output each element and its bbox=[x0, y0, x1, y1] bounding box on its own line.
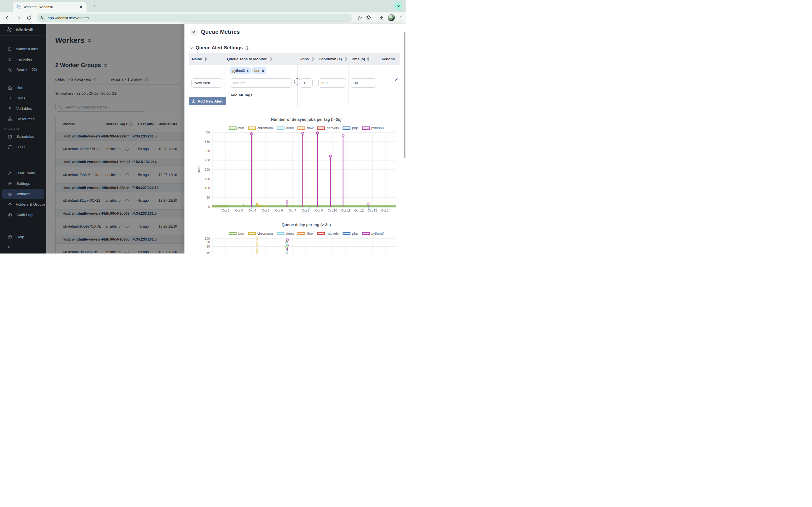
confirm-check-icon[interactable]: ✓ bbox=[395, 76, 398, 82]
sidebar-item-schedules[interactable]: Schedules bbox=[0, 131, 46, 142]
worker-search-input[interactable]: Search workers by name... bbox=[55, 103, 146, 112]
close-drawer-button[interactable]: ✕ bbox=[190, 29, 198, 36]
legend-item[interactable]: bun bbox=[229, 231, 244, 235]
legend-item[interactable]: python3 bbox=[362, 231, 384, 235]
legend-item[interactable]: chromium bbox=[248, 126, 273, 130]
browser-tab[interactable]: Workers | Windmill ✕ bbox=[13, 2, 87, 12]
info-icon[interactable] bbox=[343, 57, 347, 61]
jobs-input[interactable] bbox=[300, 78, 313, 88]
sidebar-item-runs[interactable]: Runs bbox=[0, 93, 46, 103]
legend-item[interactable]: python3 bbox=[362, 126, 384, 130]
info-icon[interactable] bbox=[125, 224, 129, 228]
info-icon[interactable] bbox=[103, 63, 107, 67]
svg-text:50: 50 bbox=[206, 196, 210, 199]
svg-text:Oct 11: Oct 11 bbox=[341, 209, 350, 212]
legend-item[interactable]: php bbox=[343, 231, 358, 235]
tab-reports-group[interactable]: reports - 1 worker bbox=[111, 77, 149, 82]
sidebar-item-workspace[interactable]: windmill-labs bbox=[0, 44, 46, 54]
queue-delay-chart[interactable]: 100806040 bbox=[185, 235, 399, 253]
add-tag-plus-button[interactable]: + bbox=[294, 78, 300, 84]
legend-label: php bbox=[352, 126, 358, 130]
remove-tag-icon[interactable]: x bbox=[262, 69, 264, 72]
url-bar[interactable]: app.windmill.dev/workers bbox=[37, 13, 352, 22]
back-button[interactable] bbox=[4, 14, 11, 21]
sidebar: Windmill windmill-labs Favorites Search … bbox=[0, 24, 46, 253]
legend-item[interactable]: flow bbox=[297, 126, 313, 130]
bookmark-star-icon[interactable] bbox=[357, 15, 362, 20]
sidebar-item-favorites[interactable]: Favorites bbox=[0, 54, 46, 64]
legend-item[interactable]: deno bbox=[276, 231, 294, 235]
collapse-sidebar-button[interactable] bbox=[0, 243, 46, 251]
legend-label: deno bbox=[286, 126, 294, 130]
info-icon[interactable] bbox=[145, 78, 149, 81]
sidebar-item-audit-logs[interactable]: Audit Logs bbox=[0, 210, 46, 220]
info-icon[interactable] bbox=[367, 57, 370, 61]
brand[interactable]: Windmill bbox=[0, 24, 46, 36]
sidebar-item-workers[interactable]: Workers bbox=[2, 189, 44, 199]
sidebar-item-resources[interactable]: Resources bbox=[0, 114, 46, 124]
browser-menu-icon[interactable] bbox=[399, 15, 403, 20]
info-icon[interactable] bbox=[125, 199, 129, 203]
legend-item[interactable]: deno bbox=[276, 126, 294, 130]
info-icon[interactable] bbox=[125, 147, 129, 151]
triggers-section-label: TRIGGERS bbox=[0, 124, 46, 131]
legend-item[interactable]: nativets bbox=[317, 126, 339, 130]
legend-label: bun bbox=[238, 126, 244, 130]
legend-item[interactable]: bun bbox=[229, 126, 244, 130]
add-all-tags-link[interactable]: Add All Tags bbox=[231, 93, 252, 97]
downloads-icon[interactable] bbox=[379, 15, 384, 20]
legend-swatch bbox=[362, 232, 370, 235]
legend-item[interactable]: nativets bbox=[317, 231, 339, 235]
add-tag-input[interactable] bbox=[230, 78, 292, 88]
add-new-alert-button[interactable]: Add New Alert bbox=[189, 97, 226, 105]
svg-text:100: 100 bbox=[204, 237, 210, 240]
cooldown-input[interactable] bbox=[318, 78, 346, 88]
legend-item[interactable]: flow bbox=[297, 231, 313, 235]
worker-started: 18:28 12/10 bbox=[158, 147, 177, 151]
drawer-scrollbar[interactable] bbox=[404, 33, 405, 158]
profile-avatar[interactable] bbox=[388, 14, 395, 21]
info-icon[interactable] bbox=[125, 250, 129, 253]
alert-name-input[interactable] bbox=[192, 78, 222, 88]
info-icon[interactable] bbox=[87, 38, 92, 43]
info-icon[interactable] bbox=[93, 78, 97, 81]
table-row-host: Host: windmill-workers-9fdfc99d4-7m8s5 I… bbox=[56, 158, 190, 166]
info-icon[interactable] bbox=[268, 57, 272, 61]
remove-tag-icon[interactable]: x bbox=[247, 69, 248, 72]
sidebar-item-label: Home bbox=[16, 86, 27, 90]
extensions-icon[interactable] bbox=[366, 15, 371, 20]
route-icon bbox=[7, 145, 12, 149]
forward-button[interactable] bbox=[15, 14, 22, 21]
sidebar-item-http[interactable]: HTTP bbox=[0, 142, 46, 152]
info-icon[interactable] bbox=[129, 122, 133, 126]
sidebar-item-search[interactable]: Search ⌘k bbox=[0, 64, 46, 75]
worker-ping: 5s ago bbox=[138, 147, 158, 151]
sidebar-item-home[interactable]: Home bbox=[0, 82, 46, 93]
time-input[interactable] bbox=[351, 78, 376, 88]
chevron-down-icon[interactable] bbox=[190, 46, 193, 50]
info-icon[interactable] bbox=[245, 46, 250, 50]
new-tab-button[interactable]: + bbox=[91, 3, 98, 10]
tab-close-icon[interactable]: ✕ bbox=[78, 4, 84, 10]
legend-swatch bbox=[317, 126, 325, 130]
tab-search-button[interactable] bbox=[394, 2, 402, 10]
host-cell: Host: windmill-workers-9fdfc99d4-9b88q bbox=[56, 237, 132, 241]
sidebar-item-user[interactable]: User (henri) bbox=[0, 168, 46, 178]
info-icon[interactable] bbox=[204, 57, 207, 61]
svg-text:100: 100 bbox=[204, 186, 210, 190]
delayed-jobs-chart[interactable]: 050100150200250300350400Oct 2Oct 3Oct 4O… bbox=[185, 130, 399, 215]
table-row-host: Host: windmill-workers-9fdfc99d4-229df I… bbox=[56, 132, 190, 140]
sidebar-item-help[interactable]: Help bbox=[0, 232, 46, 242]
sidebar-item-folders[interactable]: Folders & Groups... bbox=[0, 199, 46, 210]
info-icon[interactable] bbox=[125, 173, 129, 177]
reload-button[interactable] bbox=[26, 14, 33, 21]
sidebar-item-variables[interactable]: $ Variables bbox=[0, 103, 46, 114]
sidebar-item-label: Help bbox=[16, 235, 24, 239]
legend-item[interactable]: chromium bbox=[248, 231, 273, 235]
site-settings-icon[interactable] bbox=[40, 16, 44, 20]
legend-item[interactable]: php bbox=[343, 126, 358, 130]
sidebar-item-settings[interactable]: Settings bbox=[0, 178, 46, 189]
tab-default-group[interactable]: default - 30 workers bbox=[55, 77, 97, 82]
info-icon[interactable] bbox=[310, 57, 314, 61]
sidebar-item-label: Variables bbox=[16, 107, 32, 111]
